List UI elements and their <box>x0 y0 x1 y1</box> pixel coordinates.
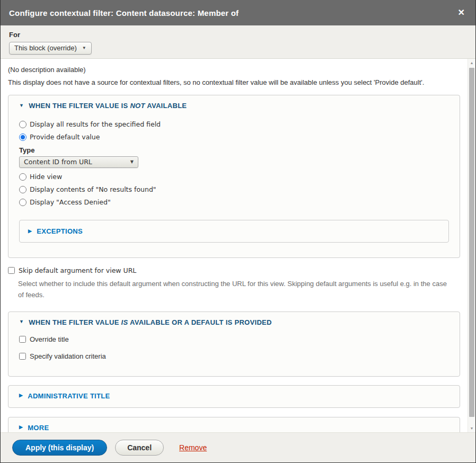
radio-hide-view[interactable] <box>19 173 27 181</box>
skip-default-argument-description: Select whether to include this default a… <box>18 278 454 301</box>
radio-provide-default[interactable] <box>19 133 27 141</box>
specify-validation-checkbox[interactable] <box>19 353 26 360</box>
radio-label: Display all results for the specified fi… <box>30 120 161 128</box>
legend-text: WHEN THE FILTER VALUE IS AVAILABLE OR A … <box>29 318 272 326</box>
fieldset-filter-available: ▼ WHEN THE FILTER VALUE IS AVAILABLE OR … <box>8 311 460 377</box>
triangle-down-icon: ▼ <box>19 319 24 324</box>
specify-validation-row[interactable]: Specify validation criteria <box>19 352 449 360</box>
override-title-label: Override title <box>30 335 69 343</box>
display-note-text: This display does not have a source for … <box>8 78 468 86</box>
for-select-value: This block (override) <box>14 44 77 52</box>
default-type-select[interactable]: Content ID from URL ▼ <box>19 156 138 168</box>
fieldset-more: ▶ MORE <box>8 417 460 432</box>
dialog-content: (No description available) This display … <box>1 59 468 432</box>
remove-link[interactable]: Remove <box>179 443 207 452</box>
skip-default-argument-label: Skip default argument for view URL <box>19 266 136 274</box>
close-icon[interactable]: ✕ <box>456 7 467 18</box>
vertical-scrollbar[interactable]: ▲ ▼ <box>468 59 475 432</box>
fieldset-more-legend[interactable]: ▶ MORE <box>19 424 449 432</box>
fieldset-admin-title-legend[interactable]: ▶ ADMINISTRATIVE TITLE <box>19 392 449 400</box>
skip-default-argument-row[interactable]: Skip default argument for view URL <box>8 266 468 274</box>
apply-button[interactable]: Apply (this display) <box>12 440 107 456</box>
fieldset-exceptions-legend[interactable]: ▶ EXCEPTIONS <box>28 227 440 235</box>
chevron-down-icon: ▼ <box>130 159 134 164</box>
fieldset-exceptions: ▶ EXCEPTIONS <box>19 220 449 243</box>
legend-text: EXCEPTIONS <box>37 227 83 235</box>
fieldset-administrative-title: ▶ ADMINISTRATIVE TITLE <box>8 385 460 408</box>
scroll-up-icon[interactable]: ▲ <box>468 61 475 65</box>
fieldset-available-legend[interactable]: ▼ WHEN THE FILTER VALUE IS AVAILABLE OR … <box>19 318 449 326</box>
cancel-button[interactable]: Cancel <box>115 440 164 456</box>
skip-default-argument-checkbox[interactable] <box>8 267 15 274</box>
override-title-row[interactable]: Override title <box>19 335 449 343</box>
dialog-footer: Apply (this display) Cancel Remove <box>1 432 475 462</box>
dialog-title: Configure contextual filter: Content dat… <box>9 8 456 17</box>
radio-label: Display contents of "No results found" <box>30 185 156 193</box>
radio-option-display-all[interactable]: Display all results for the specified fi… <box>19 120 449 128</box>
specify-validation-label: Specify validation criteria <box>30 352 106 360</box>
triangle-right-icon: ▶ <box>19 424 23 430</box>
legend-text: WHEN THE FILTER VALUE IS NOT AVAILABLE <box>29 102 187 110</box>
legend-text: ADMINISTRATIVE TITLE <box>28 392 110 400</box>
no-description-text: (No description available) <box>8 66 468 74</box>
triangle-down-icon: ▼ <box>19 103 24 108</box>
for-section: For This block (override) ▼ <box>1 25 475 59</box>
radio-no-results[interactable] <box>19 186 27 193</box>
dialog-body: (No description available) This display … <box>1 59 475 432</box>
radio-option-provide-default[interactable]: Provide default value <box>19 133 449 141</box>
scrollbar-thumb[interactable] <box>469 68 474 417</box>
scroll-down-icon[interactable]: ▼ <box>468 426 475 430</box>
triangle-right-icon: ▶ <box>19 393 23 398</box>
type-select-value: Content ID from URL <box>24 158 92 166</box>
fieldset-filter-not-available: ▼ WHEN THE FILTER VALUE IS NOT AVAILABLE… <box>8 95 460 258</box>
legend-text: MORE <box>28 424 49 432</box>
for-display-select[interactable]: This block (override) ▼ <box>9 42 92 55</box>
fieldset-not-available-legend[interactable]: ▼ WHEN THE FILTER VALUE IS NOT AVAILABLE <box>19 102 449 110</box>
for-label: For <box>9 31 467 39</box>
radio-label: Provide default value <box>30 133 100 141</box>
radio-option-hide-view[interactable]: Hide view <box>19 173 449 181</box>
radio-option-no-results[interactable]: Display contents of "No results found" <box>19 185 449 193</box>
type-label: Type <box>19 146 449 154</box>
radio-access-denied[interactable] <box>19 199 27 206</box>
triangle-right-icon: ▶ <box>28 228 32 234</box>
radio-option-access-denied[interactable]: Display "Access Denied" <box>19 198 449 206</box>
dialog-titlebar: Configure contextual filter: Content dat… <box>1 0 475 25</box>
override-title-checkbox[interactable] <box>19 336 26 343</box>
chevron-down-icon: ▼ <box>82 46 86 50</box>
radio-label: Display "Access Denied" <box>30 198 111 206</box>
radio-label: Hide view <box>30 173 62 181</box>
contextual-filter-dialog: Configure contextual filter: Content dat… <box>0 0 476 463</box>
radio-display-all[interactable] <box>19 121 27 128</box>
